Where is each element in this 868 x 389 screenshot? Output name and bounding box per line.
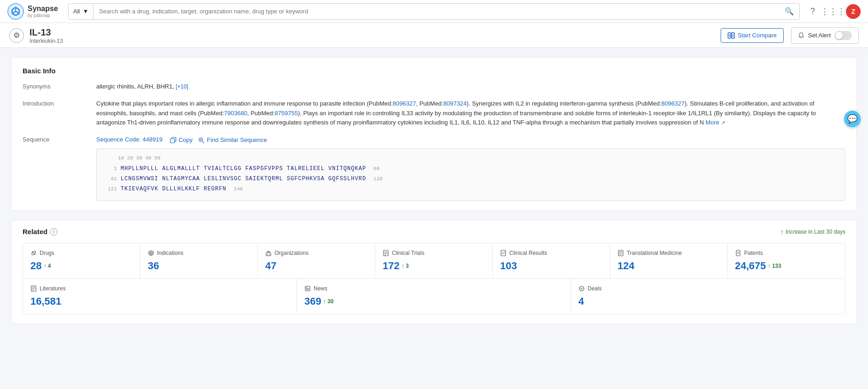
translational-medicine-count-value: 124	[618, 260, 635, 272]
seq-line-3: 121 TKIEVAQFVK DLLLHLKKLF REGRFN 146	[104, 185, 838, 194]
news-count-value: 369	[304, 295, 321, 307]
literatures-count: 16,581	[30, 295, 289, 307]
translational-medicine-count: 124	[618, 260, 720, 272]
related-item-clinical-trials[interactable]: Clinical Trials 172 ↑ 3	[375, 243, 493, 278]
org-icon	[265, 250, 272, 256]
patents-increase: ↑ 133	[768, 263, 781, 269]
literatures-label: Literatures	[30, 285, 289, 292]
related-item-organizations[interactable]: Organizations 47	[258, 243, 375, 278]
header: Synapse by patsnap All ▼ 🔍 ? ⋮⋮⋮ Z	[0, 0, 868, 23]
news-label: News	[304, 285, 563, 292]
related-item-translational-medicine[interactable]: Translational Medicine 124	[610, 243, 728, 278]
organizations-count-value: 47	[265, 260, 276, 272]
related-item-deals[interactable]: Deals 4	[571, 279, 845, 314]
clinical-results-count: 103	[500, 260, 602, 272]
related-item-indications[interactable]: Indications 36	[140, 243, 258, 278]
logo-title: Synapse	[28, 5, 58, 13]
pubmed-link-3[interactable]: 8096327	[661, 100, 685, 107]
sequence-ruler: 10 20 30 40 50	[104, 154, 838, 163]
help-icon-button[interactable]: ?	[805, 4, 820, 19]
compare-icon	[728, 32, 735, 39]
organizations-count: 47	[265, 260, 367, 272]
news-increase: ↑ 30	[323, 298, 334, 305]
deals-icon	[578, 285, 585, 292]
synonyms-more-link[interactable]: [+10]	[176, 83, 188, 90]
clinical-trials-label-text: Clinical Trials	[392, 250, 425, 256]
sequence-row: Sequence Sequence Code: 448919 Copy	[23, 135, 845, 201]
seq-text-1: MHPLLNPLLL ALGLMALLLT TVIALTCLGG FASPGFV…	[121, 165, 366, 173]
sequence-value: Sequence Code: 448919 Copy	[96, 135, 845, 201]
related-item-news[interactable]: News 369 ↑ 30	[297, 279, 571, 314]
patents-label: Patents	[735, 250, 838, 256]
synonyms-text: allergic rhinitis, ALRH, BHR1,	[96, 83, 174, 90]
apps-grid-icon-button[interactable]: ⋮⋮⋮	[826, 4, 840, 19]
search-filter-dropdown[interactable]: All ▼	[69, 4, 93, 19]
find-similar-label: Find Similar Sequence	[207, 136, 267, 143]
related-item-literatures[interactable]: Literatures 16,581	[23, 279, 297, 314]
search-input[interactable]	[93, 4, 779, 19]
synonyms-row: Synonyms allergic rhinitis, ALRH, BHR1, …	[23, 82, 845, 92]
literatures-label-text: Literatures	[40, 285, 66, 292]
set-alert-button[interactable]: Set Alert	[791, 27, 859, 44]
entity-name-block: IL-13 Interleukin-13	[29, 27, 63, 44]
search-button[interactable]: 🔍	[779, 7, 799, 16]
clinical-trials-label: Clinical Trials	[383, 250, 485, 256]
header-icons: ? ⋮⋮⋮ Z	[805, 4, 861, 19]
start-compare-button[interactable]: Start Compare	[721, 28, 784, 43]
clinical-trials-icon	[383, 250, 389, 256]
indications-count: 36	[148, 260, 250, 272]
sequence-actions: Copy Find Similar Sequence	[170, 136, 267, 143]
synonyms-label: Synonyms	[23, 82, 87, 92]
start-compare-label: Start Compare	[738, 32, 777, 39]
intro-more-link[interactable]: More	[705, 119, 719, 126]
svg-point-2	[14, 6, 17, 9]
basic-info-section: Basic Info Synonyms allergic rhinitis, A…	[11, 57, 857, 211]
literatures-count-value: 16,581	[30, 295, 61, 307]
organizations-label: Organizations	[265, 250, 367, 256]
main-content: Basic Info Synonyms allergic rhinitis, A…	[0, 48, 868, 389]
increase-label-text: Increase in Last 30 days	[786, 229, 845, 235]
related-grid-row2: Literatures 16,581 News	[23, 279, 845, 314]
set-alert-toggle[interactable]	[834, 31, 852, 40]
clinical-results-label: Clinical Results	[500, 250, 602, 256]
svg-line-15	[203, 141, 204, 143]
introduction-value: Cytokine that plays important roles in a…	[96, 99, 845, 128]
seq-line-2: 61 LCNGSMVWSI NLTAGMYCAA LESLINVSGC SAIE…	[104, 175, 838, 183]
pubmed-link-1[interactable]: 8096327	[393, 100, 416, 107]
organizations-label-text: Organizations	[274, 250, 309, 256]
related-item-patents[interactable]: Patents 24,675 ↑ 133	[728, 243, 845, 278]
copy-button[interactable]: Copy	[170, 136, 192, 143]
patents-count-value: 24,675	[735, 260, 766, 272]
indications-label: Indications	[148, 250, 250, 256]
deals-count: 4	[578, 295, 838, 307]
related-info-icon[interactable]: i	[50, 228, 58, 236]
clinical-results-icon	[500, 250, 507, 256]
related-item-drugs[interactable]: Drugs 28 ↑ 4	[23, 243, 140, 278]
svg-rect-40	[736, 250, 740, 256]
entity-right: Start Compare Set Alert	[721, 27, 859, 44]
pubmed-link-2[interactable]: 8097324	[443, 100, 467, 107]
seq-num-2: 61	[104, 175, 117, 183]
sequence-code-label: Sequence Code:	[96, 136, 141, 143]
sequence-code-link[interactable]: Sequence Code: 448919	[96, 135, 163, 145]
news-label-text: News	[314, 285, 327, 292]
basic-info-title: Basic Info	[23, 67, 845, 75]
bell-icon	[798, 32, 804, 39]
entity-settings-icon[interactable]: ⚙	[9, 28, 24, 43]
deals-count-value: 4	[578, 295, 584, 307]
intro-text-1: Cytokine that plays important roles in a…	[96, 100, 393, 107]
svg-point-52	[579, 286, 584, 291]
user-avatar-button[interactable]: Z	[846, 4, 861, 19]
pubmed-link-5[interactable]: 8759755	[274, 110, 298, 117]
copy-icon	[170, 137, 176, 143]
chat-icon[interactable]: 💬	[844, 111, 861, 127]
related-title-text: Related	[23, 228, 47, 236]
seq-text-3: TKIEVAQFVK DLLLHLKKLF REGRFN	[121, 185, 227, 194]
pubmed-link-4[interactable]: 7903680	[224, 110, 247, 117]
related-item-clinical-results[interactable]: Clinical Results 103	[493, 243, 610, 278]
find-similar-icon	[198, 137, 204, 143]
find-similar-button[interactable]: Find Similar Sequence	[198, 136, 267, 143]
logo-subtitle: by patsnap	[28, 13, 58, 18]
clinical-results-label-text: Clinical Results	[509, 250, 547, 256]
related-title: Related i	[23, 228, 58, 236]
